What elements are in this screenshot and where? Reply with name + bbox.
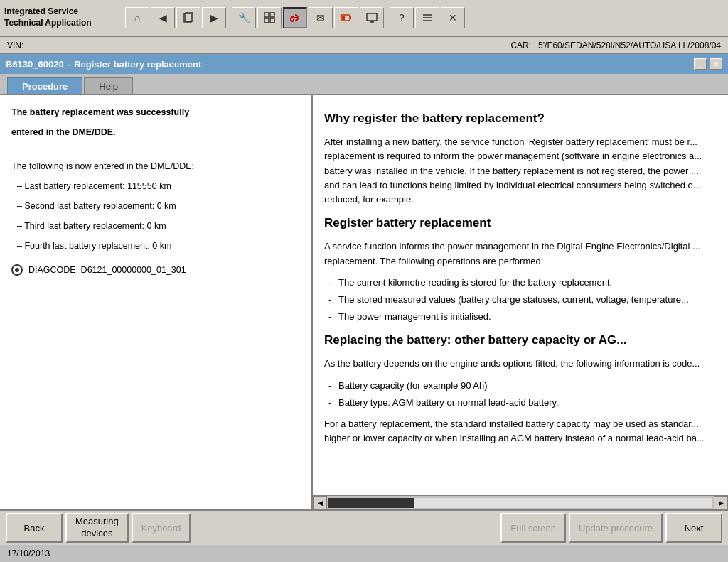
- h-scroll-track[interactable]: [328, 498, 712, 508]
- svg-rect-8: [342, 16, 345, 20]
- window-title-bar: B6130_60020 – Register battery replaceme…: [0, 54, 728, 74]
- svg-rect-3: [270, 13, 274, 17]
- help-list-item: The current kilometre reading is stored …: [324, 276, 715, 290]
- link-button[interactable]: [283, 7, 307, 28]
- tab-strip: Procedure Help: [0, 74, 728, 95]
- help-section1-title: Why register the battery replacement?: [324, 109, 715, 128]
- proc-last: – Last battery replacement: 115550 km: [17, 179, 300, 193]
- procedure-panel: The battery replacement was successfully…: [0, 95, 313, 509]
- window-controls: _ ✕: [694, 58, 722, 70]
- full-screen-button[interactable]: Full screen: [500, 513, 566, 543]
- tab-help[interactable]: Help: [84, 77, 133, 94]
- toolbar: Integrated Service Technical Application…: [0, 0, 728, 37]
- help-section2-title: Register battery replacement: [324, 214, 715, 232]
- help-section3-list: Battery capacity (for example 90 Ah) Bat…: [324, 379, 715, 410]
- proc-success-line1: The battery replacement was successfully: [11, 105, 300, 119]
- minimize-button[interactable]: _: [694, 58, 707, 70]
- help-section3-footer: For a battery replacement, the standard …: [324, 417, 715, 445]
- help-list-item: The stored measured values (battery char…: [324, 293, 715, 307]
- h-scroll-left[interactable]: ◀: [313, 496, 327, 510]
- forward-button[interactable]: ▶: [202, 7, 226, 28]
- close-window-button[interactable]: ✕: [710, 58, 722, 70]
- update-procedure-button[interactable]: Update procedure: [569, 513, 663, 543]
- diagcode-row: DIAGCODE: D6121_00000000_01_301: [11, 263, 300, 277]
- back-button[interactable]: Back: [6, 513, 63, 543]
- proc-second: – Second last battery replacement: 0 km: [17, 199, 300, 213]
- envelope-button[interactable]: ✉: [309, 7, 333, 28]
- app-title: Integrated Service Technical Application: [4, 6, 118, 28]
- bottom-bar: Back Measuring devices Keyboard Full scr…: [0, 509, 728, 545]
- window-title-text: B6130_60020 – Register battery replaceme…: [6, 59, 201, 70]
- help-panel: Why register the battery replacement? Af…: [313, 95, 728, 509]
- h-scroll-thumb[interactable]: [328, 498, 414, 508]
- help-section2-text: A service function informs the power man…: [324, 239, 715, 268]
- back-toolbar-button[interactable]: ◀: [151, 7, 175, 28]
- help-section1-text: After installing a new battery, the serv…: [324, 135, 715, 207]
- help-content[interactable]: Why register the battery replacement? Af…: [313, 95, 728, 495]
- horizontal-scrollbar[interactable]: ◀ ▶: [313, 495, 728, 509]
- next-button[interactable]: Next: [665, 513, 722, 543]
- date-bar: 17/10/2013: [0, 545, 728, 562]
- vin-label: VIN:: [7, 40, 23, 50]
- proc-fourth: – Fourth last battery replacement: 0 km: [17, 239, 300, 253]
- diagcode-text: DIAGCODE: D6121_00000000_01_301: [28, 263, 186, 277]
- help-list-item: The power management is initialised.: [324, 310, 715, 324]
- main-content: The battery replacement was successfully…: [0, 95, 728, 509]
- svg-rect-9: [367, 13, 377, 21]
- car-value: 5'/E60/SEDAN/528i/N52/AUTO/USA LL/2008/0…: [538, 40, 721, 50]
- tab-procedure[interactable]: Procedure: [7, 77, 82, 94]
- help-section3-title: Replacing the battery: other battery cap…: [324, 331, 715, 350]
- grid-button[interactable]: [257, 7, 282, 28]
- home-button[interactable]: ⌂: [125, 7, 149, 28]
- vin-bar: VIN: CAR: 5'/E60/SEDAN/528i/N52/AUTO/USA…: [0, 37, 728, 54]
- help-section2-list: The current kilometre reading is stored …: [324, 276, 715, 324]
- h-scroll-right[interactable]: ▶: [714, 496, 728, 510]
- monitor-button[interactable]: [360, 7, 384, 28]
- proc-dme-line: The following is now entered in the DME/…: [11, 159, 300, 173]
- proc-third: – Third last battery replacement: 0 km: [17, 219, 300, 233]
- date-text: 17/10/2013: [7, 549, 50, 558]
- battery-button[interactable]: [334, 7, 358, 28]
- svg-rect-7: [350, 16, 351, 19]
- svg-rect-4: [264, 18, 269, 23]
- help-list-item: Battery type: AGM battery or normal lead…: [324, 396, 715, 410]
- wrench-button[interactable]: 🔧: [232, 7, 256, 28]
- svg-rect-5: [270, 18, 274, 23]
- pages-button[interactable]: [176, 7, 200, 28]
- measuring-devices-button[interactable]: Measuring devices: [65, 513, 129, 543]
- help-list-item: Battery capacity (for example 90 Ah): [324, 379, 715, 393]
- help-button[interactable]: ?: [390, 7, 414, 28]
- close-toolbar-button[interactable]: ✕: [441, 7, 465, 28]
- list-button[interactable]: [415, 7, 439, 28]
- svg-rect-2: [264, 13, 269, 17]
- car-label: CAR:: [510, 40, 531, 50]
- keyboard-button[interactable]: Keyboard: [132, 513, 191, 543]
- proc-success-line2: entered in the DME/DDE.: [11, 125, 300, 139]
- help-section3-text: As the battery depends on the engine and…: [324, 357, 715, 371]
- radio-icon: [11, 264, 23, 276]
